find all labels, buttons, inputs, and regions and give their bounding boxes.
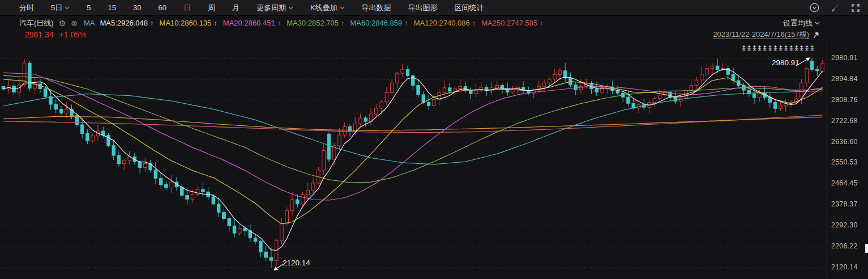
- toolbar-item-导出数据[interactable]: 导出数据: [362, 3, 391, 13]
- toolbar-item-label: 导出图形: [408, 3, 438, 13]
- ma-legend-MA5: MA5:2926.048↑: [100, 19, 153, 27]
- trend-up-arrow-icon: ↑: [540, 19, 544, 27]
- chevron-down-icon: [288, 6, 293, 10]
- y-axis-tick: 2378.37: [831, 200, 866, 208]
- pin-icon[interactable]: [813, 31, 820, 39]
- y-axis-tick: 2894.84: [831, 75, 866, 83]
- y-axis-tick: 2292.30: [831, 221, 866, 229]
- y-axis-tick: 2722.68: [831, 117, 866, 125]
- toolbar-item-周[interactable]: 周: [208, 3, 215, 13]
- toolbar-item-5日[interactable]: 5日: [51, 3, 70, 13]
- toolbar-right-icons: [810, 3, 860, 12]
- collapse-circle-icon[interactable]: [810, 3, 819, 12]
- ma-legend-MA120: MA120:2740.086↑: [414, 19, 476, 27]
- trend-up-arrow-icon: ↑: [472, 19, 476, 27]
- y-axis-tick: 2550.53: [831, 158, 866, 166]
- change-percent: +1.05%: [59, 30, 87, 39]
- toolbar-item-60[interactable]: 60: [158, 3, 166, 12]
- y-axis-tick: 2206.22: [831, 242, 866, 250]
- toolbar-item-label: 更多周期: [256, 3, 286, 13]
- toolbar-item-label: 5: [87, 3, 91, 12]
- ma-settings-label: 设置均线: [783, 18, 813, 28]
- toolbar-item-label: K线叠加: [310, 3, 337, 13]
- last-price: 2961.34: [25, 30, 54, 39]
- fullscreen-icon[interactable]: [851, 3, 860, 12]
- y-axis-tick: 2808.76: [831, 96, 866, 104]
- toolbar-item-日[interactable]: 日: [183, 3, 191, 13]
- indicator-settings-gear-icon[interactable]: ⚙: [59, 19, 66, 27]
- ma-indicator-label: MA: [84, 19, 95, 27]
- ma-line-MA10: [3, 78, 823, 224]
- toolbar-item-label: 区间统计: [455, 3, 484, 13]
- ma-legend-MA60: MA60:2846.859↑: [350, 19, 408, 27]
- toolbar-item-15[interactable]: 15: [108, 3, 116, 12]
- trend-up-arrow-icon: ↑: [404, 19, 408, 27]
- date-range-group: 2023/11/22-2024/7/16(157根): [713, 29, 820, 40]
- toolbar-item-label: 周: [208, 3, 215, 13]
- instrument-title: 汽车(日线): [19, 18, 54, 28]
- period-toolbar: 分时5日5153060日周月更多周期K线叠加导出数据导出图形区间统计: [0, 0, 868, 16]
- toolbar-item-更多周期[interactable]: 更多周期: [256, 3, 293, 13]
- trend-up-arrow-icon: ↑: [213, 19, 217, 27]
- toolbar-item-月[interactable]: 月: [232, 3, 240, 13]
- y-axis-tick: 2120.14: [831, 263, 866, 271]
- ma-legend-MA30: MA30:2852.705↑: [287, 19, 344, 27]
- event-marker-icon: ↨: [809, 45, 815, 52]
- toolbar-item-label: 60: [158, 3, 166, 12]
- ma-line-MA30: [3, 75, 823, 183]
- y-axis-tick: 2980.91: [831, 54, 866, 62]
- brush-icon[interactable]: [831, 3, 840, 12]
- toolbar-item-label: 导出数据: [362, 3, 391, 13]
- ma-line-MA5: [3, 69, 823, 250]
- toolbar-item-导出图形[interactable]: 导出图形: [408, 3, 438, 13]
- ma-value: MA250:2747.585: [481, 19, 537, 27]
- toolbar-item-K线叠加[interactable]: K线叠加: [310, 3, 345, 13]
- ma-legend-MA20: MA20:2860.451↑: [223, 19, 281, 27]
- high-price-annotation: 2980.91: [772, 58, 799, 67]
- ma-legend-MA10: MA10:2860.135↑: [160, 19, 217, 27]
- toolbar-item-label: 5日: [51, 3, 62, 13]
- ma-value: MA10:2860.135: [160, 19, 212, 27]
- toolbar-item-label: 日: [183, 3, 191, 13]
- toolbar-item-区间统计[interactable]: 区间统计: [455, 3, 484, 13]
- low-price-annotation: 2120.14: [283, 259, 310, 267]
- ma-settings-button[interactable]: 设置均线: [783, 18, 820, 28]
- toolbar-item-分时[interactable]: 分时: [19, 3, 34, 13]
- trend-up-arrow-icon: ↑: [277, 19, 281, 27]
- last-price-group: 2961.34 +1.05%: [25, 30, 86, 39]
- ma-value: MA120:2740.086: [414, 19, 470, 27]
- y-axis-tick: 2636.60: [831, 138, 866, 146]
- ma-line-MA20: [3, 73, 823, 200]
- chevron-down-icon: [340, 6, 345, 10]
- trend-up-arrow-icon: ↑: [341, 19, 345, 27]
- toolbar-item-label: 月: [232, 3, 240, 13]
- toolbar-item-30[interactable]: 30: [133, 3, 141, 12]
- y-axis-tick: 2464.45: [831, 179, 866, 187]
- toolbar-item-5[interactable]: 5: [87, 3, 91, 12]
- period-toolbar-items: 分时5日5153060日周月更多周期K线叠加导出数据导出图形区间统计: [19, 3, 484, 13]
- indicator-remove-icon[interactable]: ⊗: [71, 19, 78, 27]
- chevron-down-icon: [65, 6, 70, 10]
- candlestick-chart[interactable]: [0, 0, 868, 279]
- toolbar-item-label: 15: [108, 3, 116, 12]
- trend-up-arrow-icon: ↑: [150, 19, 154, 27]
- ma-value: MA5:2926.048: [100, 19, 148, 27]
- ma-value: MA60:2846.859: [350, 19, 402, 27]
- price-subheader: 2961.34 +1.05% 2023/11/22-2024/7/16(157根…: [0, 29, 868, 40]
- chart-canvas[interactable]: 2980.912894.842808.762722.682636.602550.…: [0, 0, 868, 279]
- ma-value: MA20:2860.451: [223, 19, 275, 27]
- chart-header: 汽车(日线) ⚙ ⊗ MA MA5:2926.048↑MA10:2860.135…: [0, 18, 868, 28]
- ma-value: MA30:2852.705: [287, 19, 339, 27]
- toolbar-item-label: 30: [133, 3, 141, 12]
- ma-legend: MA5:2926.048↑MA10:2860.135↑MA20:2860.451…: [100, 19, 543, 27]
- ma-legend-MA250: MA250:2747.585↑: [481, 19, 544, 27]
- axis-drag-handle[interactable]: [865, 244, 868, 253]
- date-range-link[interactable]: 2023/11/22-2024/7/16(157根): [713, 29, 809, 40]
- toolbar-item-label: 分时: [19, 3, 34, 13]
